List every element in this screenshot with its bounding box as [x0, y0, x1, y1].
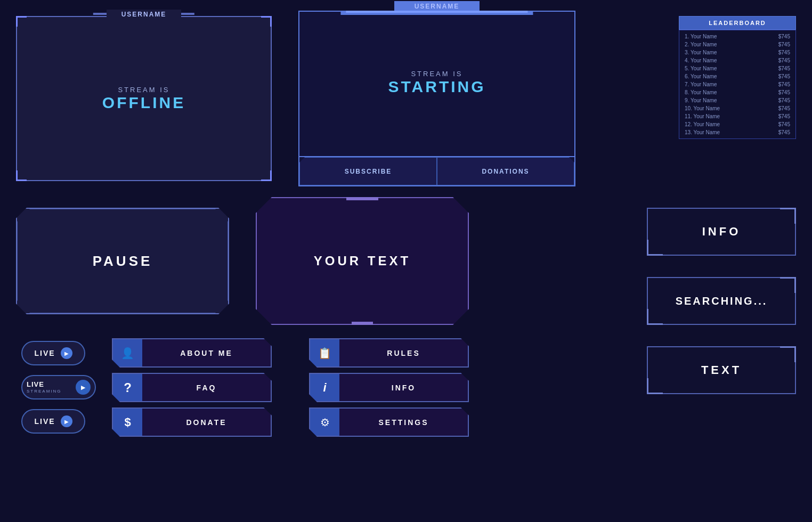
panel-yourtext: YOUR TEXT — [256, 197, 469, 325]
settings-label: SETTINGS — [339, 418, 468, 427]
donations-button[interactable]: DONATIONS — [437, 157, 574, 185]
play-icon-3: ▶ — [61, 415, 72, 427]
faq-label: FAQ — [142, 384, 271, 392]
live-button-2[interactable]: LIVE STREAMING ▶ — [21, 375, 96, 399]
play-icon-1: ▶ — [61, 347, 72, 359]
leaderboard-body: 1. Your Name $745 2. Your Name $745 3. Y… — [679, 30, 796, 139]
donate-label: DONATE — [142, 418, 271, 427]
rules-button[interactable]: 📋 RULES — [309, 338, 469, 368]
play-icon-2: ▶ — [76, 380, 91, 395]
about-me-button[interactable]: 👤 ABOUT ME — [112, 338, 272, 368]
person-icon: 👤 — [121, 347, 134, 360]
panel-leaderboard: LEADERBOARD 1. Your Name $745 2. Your Na… — [679, 16, 796, 139]
offline-status: OFFLINE — [102, 94, 185, 112]
panel-searching: SEARCHING... — [647, 277, 796, 325]
info-icon-box: i — [310, 374, 339, 401]
starting-stream-text: STREAM IS — [411, 70, 462, 78]
lb-row-12: 12. Your Name $745 — [679, 120, 795, 128]
panel-info: INFO — [647, 208, 796, 256]
about-me-icon-box: 👤 — [113, 339, 142, 366]
pause-text: PAUSE — [93, 253, 153, 270]
rules-label: RULES — [339, 349, 468, 357]
searching-text: SEARCHING... — [676, 295, 768, 307]
starting-status: STARTING — [388, 78, 485, 96]
starting-username: USERNAME — [394, 1, 480, 12]
info-label: INFO — [339, 384, 468, 392]
menu-buttons-left: 👤 ABOUT ME ? FAQ $ DONATE — [112, 338, 272, 437]
offline-stream-text: STREAM IS — [118, 86, 169, 94]
donate-button[interactable]: $ DONATE — [112, 407, 272, 437]
lb-row-13: 13. Your Name $745 — [679, 128, 795, 136]
rules-icon-box: 📋 — [310, 339, 339, 366]
live-button-1[interactable]: LIVE ▶ — [21, 341, 85, 365]
settings-button[interactable]: ⚙ SETTINGS — [309, 407, 469, 437]
rules-icon: 📋 — [318, 347, 331, 360]
live-label-1: LIVE — [34, 349, 55, 357]
live-button-3[interactable]: LIVE ▶ — [21, 409, 85, 434]
donate-icon-box: $ — [113, 409, 142, 436]
faq-button[interactable]: ? FAQ — [112, 373, 272, 402]
panel-pause: PAUSE — [16, 208, 229, 314]
question-icon: ? — [124, 380, 132, 395]
settings-icon-box: ⚙ — [310, 409, 339, 436]
lb-row-9: 9. Your Name $745 — [679, 96, 795, 104]
subscribe-button[interactable]: SUBSCRIBE — [299, 157, 437, 185]
lb-row-7: 7. Your Name $745 — [679, 80, 795, 88]
lb-row-3: 3. Your Name $745 — [679, 48, 795, 56]
live-label-2: LIVE — [27, 380, 62, 389]
dollar-icon: $ — [124, 415, 131, 429]
menu-buttons-right: 📋 RULES i INFO ⚙ SETTINGS — [309, 338, 469, 437]
streaming-label: STREAMING — [27, 389, 62, 394]
about-me-label: ABOUT ME — [142, 349, 271, 357]
lb-row-1: 1. Your Name $745 — [679, 32, 795, 40]
info-text: INFO — [702, 225, 741, 239]
lb-row-6: 6. Your Name $745 — [679, 72, 795, 80]
lb-row-4: 4. Your Name $745 — [679, 56, 795, 64]
panel-offline: USERNAME STREAM IS OFFLINE — [16, 16, 272, 181]
gear-icon: ⚙ — [320, 416, 330, 429]
info-icon: i — [323, 381, 326, 395]
lb-row-5: 5. Your Name $745 — [679, 64, 795, 72]
lb-row-10: 10. Your Name $745 — [679, 104, 795, 112]
live-label-3: LIVE — [34, 417, 55, 426]
lb-row-11: 11. Your Name $745 — [679, 112, 795, 120]
offline-username: USERNAME — [107, 10, 181, 19]
yourtext-text: YOUR TEXT — [314, 254, 411, 268]
live-buttons-group: LIVE ▶ LIVE STREAMING ▶ LIVE ▶ — [21, 341, 96, 434]
lb-row-8: 8. Your Name $745 — [679, 88, 795, 96]
leaderboard-title: LEADERBOARD — [679, 16, 796, 30]
info-button[interactable]: i INFO — [309, 373, 469, 402]
faq-icon-box: ? — [113, 374, 142, 401]
panel-starting: USERNAME STREAM IS STARTING SUBSCRIBE DO… — [298, 11, 575, 186]
panel-text: TEXT — [647, 346, 796, 394]
text-panel-text: TEXT — [701, 363, 742, 377]
lb-row-2: 2. Your Name $745 — [679, 40, 795, 48]
